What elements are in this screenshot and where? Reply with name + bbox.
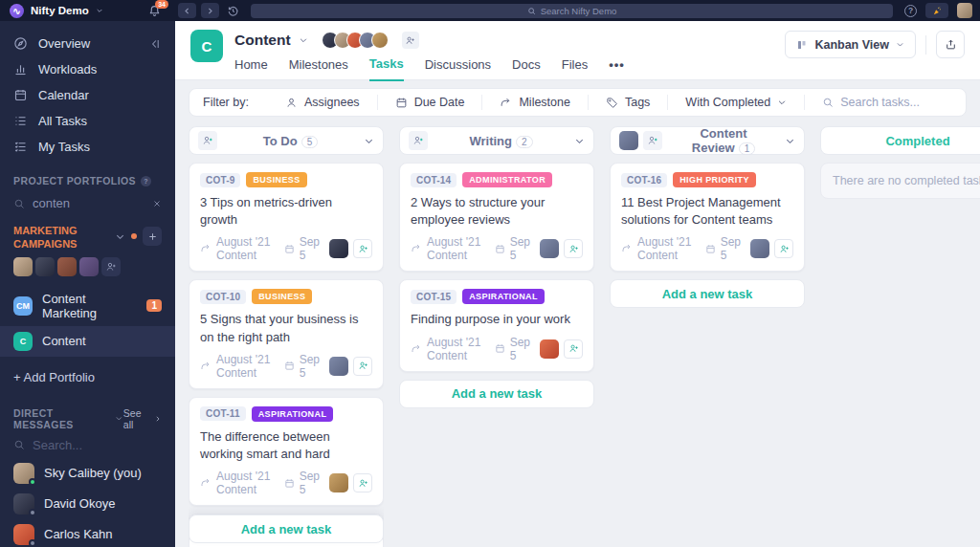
chevron-down-icon[interactable] [574,136,585,146]
person-plus-icon [358,361,368,371]
filter-assignees[interactable]: Assignees [268,95,377,110]
history-button[interactable] [227,5,239,17]
sidebar-item-all-tasks[interactable]: All Tasks [0,108,175,134]
assignee-avatar[interactable] [540,239,559,258]
portfolio-group-marketing-campaigns[interactable]: MARKETING CAMPAIGNS [0,216,175,255]
filter-milestone[interactable]: Milestone [481,95,588,110]
task-search-input[interactable]: Search tasks... [804,95,962,110]
add-assignee-button[interactable] [774,239,793,258]
share-button[interactable] [936,31,965,58]
list-icon [13,114,28,128]
task-id-badge: COT-11 [200,406,246,421]
portfolio-search-input[interactable]: conten [0,192,175,216]
tab-docs[interactable]: Docs [512,57,541,80]
add-member-button[interactable] [402,32,419,49]
avatar[interactable] [371,32,389,49]
assignee-avatar[interactable] [329,357,348,376]
help-button[interactable]: ? [904,5,917,17]
collapse-sidebar-icon[interactable] [148,37,162,51]
task-card-cot-14[interactable]: COT-14ADMINISTRATOR 2 Ways to structure … [399,163,594,272]
task-title: 5 Signs that your business is on the rig… [200,311,372,345]
filter-bar: Filter by: Assignees Due Date Milestone … [189,88,967,117]
add-task-button[interactable]: Add a new task [610,279,805,308]
tab-discussions[interactable]: Discussions [425,57,491,80]
assignee-avatar[interactable] [329,239,348,258]
dm-item-sky-calibey[interactable]: Sky Calibey (you) [0,458,175,489]
task-due-date: Sep 5 [510,235,530,262]
add-member-button[interactable] [101,257,121,276]
add-project-button[interactable] [143,227,162,246]
chevron-down-icon[interactable] [785,136,795,146]
avatar[interactable] [57,257,77,276]
tab-files[interactable]: Files [562,57,588,80]
task-milestone: August '21 Content [637,235,694,262]
assignee-avatar[interactable] [750,239,769,258]
add-assignee-button[interactable] [564,239,583,258]
assign-column-button[interactable] [198,131,217,150]
assign-column-button[interactable] [643,131,662,150]
chevron-down-icon[interactable] [299,35,308,45]
view-selector-button[interactable]: Kanban View [785,31,916,58]
clear-search-icon[interactable] [152,199,162,208]
sidebar-project-content-marketing[interactable]: CM Content Marketing 1 [0,286,175,326]
whats-new-button[interactable] [925,3,948,18]
column-header-to-do[interactable]: To Do5 [189,126,384,155]
user-avatar[interactable] [957,3,972,18]
task-card-cot-10[interactable]: COT-10BUSINESS 5 Signs that your busines… [189,279,384,388]
chevron-left-icon [183,7,191,15]
task-card-cot-16[interactable]: COT-16HIGH PRIORITY 11 Best Project Mana… [610,163,805,272]
sidebar-item-workloads[interactable]: Workloads [0,56,175,82]
forward-button[interactable] [201,3,219,18]
back-button[interactable] [178,3,196,18]
chevron-down-icon[interactable] [115,231,125,242]
sidebar-project-content[interactable]: C Content [0,326,175,357]
task-card-cot-9[interactable]: COT-9BUSINESS 3 Tips on metrics-driven g… [189,163,384,272]
column-header-writing[interactable]: Writing2 [399,126,594,155]
column-header-content-review[interactable]: Content Review1 [610,126,805,155]
filter-with-completed[interactable]: With Completed [667,95,804,110]
dm-search-input[interactable]: Search... [0,434,175,458]
tab-more[interactable]: ••• [609,57,625,80]
page-title[interactable]: Content [234,32,291,49]
workspace-title[interactable]: Nifty Demo [31,5,89,16]
tab-home[interactable]: Home [234,57,268,80]
person-plus-icon [358,244,368,254]
column-assignee-avatar[interactable] [619,131,638,150]
column-header-completed[interactable]: Completed [820,126,980,155]
avatar[interactable] [79,257,99,276]
dm-item-david-okoye[interactable]: David Okoye [0,489,175,519]
avatar[interactable] [35,257,55,276]
notifications-button[interactable]: 34 [148,5,161,17]
sidebar-item-my-tasks[interactable]: My Tasks [0,134,175,160]
task-tag: ASPIRATIONAL [462,289,545,304]
tab-tasks[interactable]: Tasks [369,56,404,81]
add-assignee-button[interactable] [353,473,372,492]
add-task-button[interactable]: Add a new task [189,514,384,543]
see-all-link[interactable]: See all [123,407,162,430]
add-task-button[interactable]: Add a new task [399,380,594,408]
portfolios-help-icon[interactable]: ? [141,176,151,186]
avatar[interactable] [13,257,33,276]
sidebar-item-calendar[interactable]: Calendar [0,82,175,108]
task-card-cot-11[interactable]: COT-11ASPIRATIONAL The difference betwee… [189,397,384,506]
filter-tags[interactable]: Tags [588,95,667,110]
assign-column-button[interactable] [409,131,428,150]
direct-messages-label[interactable]: DIRECT MESSAGES [13,407,123,430]
dm-item-carlos-kahn[interactable]: Carlos Kahn [0,519,175,547]
plus-icon [147,231,158,242]
column-completed: Completed There are no completed tasks. [820,126,980,547]
assignee-avatar[interactable] [540,339,559,359]
chevron-down-icon[interactable] [364,136,374,146]
add-assignee-button[interactable] [353,239,372,258]
add-portfolio-button[interactable]: + Add Portfolio [0,357,175,398]
filter-due-date[interactable]: Due Date [377,95,482,110]
add-assignee-button[interactable] [353,357,372,376]
global-search-input[interactable]: Search Nifty Demo [251,4,893,18]
tab-milestones[interactable]: Milestones [289,57,348,80]
add-assignee-button[interactable] [564,339,583,359]
task-card-cot-15[interactable]: COT-15ASPIRATIONAL Finding purpose in yo… [399,279,594,371]
avatar [13,493,34,514]
assignee-avatar[interactable] [329,473,348,492]
workspace-chevron-down-icon[interactable] [96,7,103,14]
sidebar-item-overview[interactable]: Overview [0,31,175,56]
